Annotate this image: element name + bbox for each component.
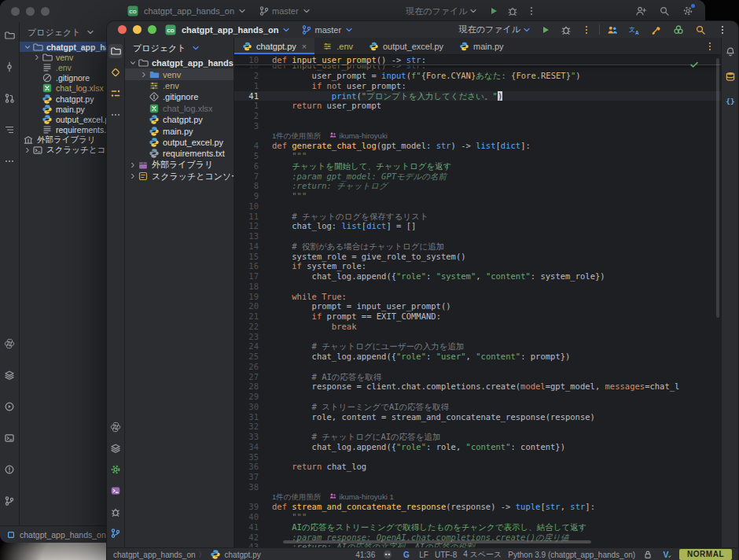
close-window-button[interactable] bbox=[118, 25, 127, 34]
tree-item-main.py[interactable]: main.py bbox=[125, 125, 233, 136]
grazie-status-icon[interactable]: G bbox=[400, 548, 413, 560]
code-line[interactable]: 10def input_user_prompt() -> str: bbox=[234, 65, 721, 71]
line-number[interactable]: 43 bbox=[234, 542, 269, 547]
line-number[interactable]: 42 bbox=[234, 532, 269, 543]
tool-window-button-bell[interactable] bbox=[724, 46, 737, 58]
encoding-widget[interactable]: UTF-8 bbox=[435, 551, 457, 559]
tool-window-button-services[interactable] bbox=[2, 400, 17, 414]
front-traffic-lights[interactable] bbox=[118, 25, 156, 34]
line-number[interactable]: 38 bbox=[234, 482, 269, 492]
line-number[interactable]: 37 bbox=[234, 472, 269, 482]
line-number[interactable]: 34 bbox=[234, 442, 269, 452]
code-line[interactable]: 3 bbox=[234, 121, 721, 131]
breadcrumb-item[interactable]: chatgpt_app_hands_on bbox=[113, 551, 196, 559]
code-line[interactable]: 29 bbox=[234, 392, 721, 402]
code-line[interactable]: 37 bbox=[234, 472, 721, 482]
code-line[interactable]: 13 bbox=[234, 231, 721, 241]
line-separator-widget[interactable]: LF bbox=[419, 551, 428, 559]
line-number[interactable]: 9 bbox=[234, 191, 269, 201]
tool-window-button-layers[interactable] bbox=[108, 441, 123, 455]
tool-window-button-more[interactable] bbox=[2, 154, 17, 168]
line-number[interactable]: 1 bbox=[234, 101, 269, 111]
search-button[interactable] bbox=[656, 4, 672, 18]
code-line[interactable]: 19 while True: bbox=[234, 292, 721, 302]
search-yellow-button[interactable] bbox=[693, 23, 708, 37]
tree-item-requirements.txt[interactable]: requirements.txt bbox=[125, 148, 233, 159]
line-number[interactable]: 30 bbox=[234, 402, 269, 412]
tree-item-output_excel.py[interactable]: output_excel.py bbox=[125, 137, 233, 148]
project-switcher[interactable]: chatgpt_app_hands_on bbox=[182, 25, 278, 35]
close-tab-icon[interactable]: × bbox=[302, 42, 307, 51]
line-number[interactable]: 3 bbox=[234, 121, 269, 131]
line-number[interactable]: 41 bbox=[234, 522, 269, 532]
editor-tab-.env[interactable]: .env bbox=[314, 38, 361, 54]
code-line[interactable]: 21 if prompt == EXIT_COMMAND: bbox=[234, 311, 721, 322]
play-button[interactable] bbox=[486, 4, 502, 18]
line-number[interactable]: 14 bbox=[234, 241, 269, 252]
code-line[interactable]: 35 bbox=[234, 452, 721, 462]
run-configuration[interactable]: 現在のファイル bbox=[406, 6, 467, 17]
caret-position[interactable]: 41:36 bbox=[355, 551, 375, 559]
chevron-down-icon[interactable] bbox=[23, 42, 32, 53]
line-number[interactable]: 10 bbox=[234, 201, 269, 212]
code-line[interactable]: 28 response = client.chat.completions.cr… bbox=[234, 381, 721, 392]
line-number[interactable]: 16 bbox=[234, 261, 269, 271]
tool-window-button-terminal-purple[interactable] bbox=[108, 484, 123, 498]
tool-window-button-database[interactable] bbox=[724, 70, 737, 83]
code-line[interactable]: 14 # 役割がある場合はチャットログに追加 bbox=[234, 241, 721, 252]
line-number[interactable]: 23 bbox=[234, 332, 269, 342]
tree-item-___________[interactable]: スクラッチとコンソール bbox=[125, 171, 233, 182]
line-number[interactable]: 8 bbox=[234, 181, 269, 191]
tool-window-button-pull-request[interactable] bbox=[2, 91, 17, 105]
code-line[interactable]: 25 chat_log.append({"role": "user", "con… bbox=[234, 352, 721, 362]
line-number[interactable]: 28 bbox=[234, 381, 269, 392]
line-number[interactable]: 2 bbox=[234, 111, 269, 121]
line-number[interactable]: 7 bbox=[234, 171, 269, 182]
back-traffic-lights[interactable] bbox=[11, 7, 50, 16]
usages-hint[interactable]: 1件の使用箇所 bbox=[272, 492, 322, 503]
chevron-right-icon[interactable] bbox=[128, 171, 138, 182]
code-vision-hint[interactable]: 1件の使用箇所ikuma-hiroyuki 1 bbox=[234, 492, 721, 503]
people-button[interactable] bbox=[605, 23, 620, 37]
tree-item-chat_log.xlsx[interactable]: chat_log.xlsx bbox=[125, 103, 233, 114]
tool-window-button-structure-yellow[interactable] bbox=[108, 87, 123, 101]
knot-button[interactable] bbox=[671, 23, 686, 37]
line-number[interactable]: 31 bbox=[234, 412, 269, 422]
play-button[interactable] bbox=[538, 23, 553, 37]
code-line[interactable]: 41 AIの応答をストリーミングで取得したものをチャンクで表示し、結合して返す bbox=[234, 522, 721, 532]
editor-tab-output_excel.py[interactable]: output_excel.py bbox=[361, 38, 451, 54]
code-line[interactable]: 2 bbox=[234, 111, 721, 121]
line-number[interactable]: 20 bbox=[234, 301, 269, 311]
line-number[interactable]: 39 bbox=[234, 502, 269, 512]
line-number[interactable]: 22 bbox=[234, 322, 269, 332]
tool-window-button-python-mono[interactable] bbox=[108, 420, 123, 434]
line-number[interactable]: 33 bbox=[234, 432, 269, 442]
copilot-status-icon[interactable] bbox=[381, 548, 394, 560]
tool-window-button-git-branch-blue[interactable] bbox=[108, 526, 123, 540]
code-line[interactable]: 8 :return: チャットログ bbox=[234, 181, 721, 191]
code-line[interactable]: 1 return user_prompt bbox=[234, 101, 721, 111]
code-line[interactable]: 12 chat_log: list[dict] = [] bbox=[234, 221, 721, 231]
run-configuration[interactable]: 現在のファイル bbox=[459, 24, 520, 35]
line-number[interactable]: 36 bbox=[234, 462, 269, 472]
code-line[interactable]: 20 prompt = input_user_prompt() bbox=[234, 301, 721, 311]
line-number[interactable]: 10 bbox=[234, 55, 269, 65]
tool-window-button-braces[interactable]: {} bbox=[724, 94, 737, 107]
person-add-button[interactable] bbox=[633, 4, 649, 18]
line-number[interactable]: 21 bbox=[234, 311, 269, 322]
line-number[interactable]: 2 bbox=[234, 71, 269, 81]
code-line[interactable]: 34 chat_log.append({"role": role, "conte… bbox=[234, 442, 721, 452]
front-project-tool-window-header[interactable]: プロジェクト bbox=[125, 38, 233, 57]
code-line[interactable]: 18 bbox=[234, 282, 721, 292]
tool-window-button-more[interactable] bbox=[108, 108, 123, 122]
tree-item-.env[interactable]: .env bbox=[125, 80, 233, 91]
editor-tab-chatgpt.py[interactable]: chatgpt.py× bbox=[234, 38, 314, 54]
kebab-gray-button[interactable] bbox=[715, 23, 730, 37]
code-line[interactable]: 11 # チャットのログを保存するリスト bbox=[234, 212, 721, 222]
zoom-window-button[interactable] bbox=[148, 25, 156, 34]
tool-window-button-python-mono[interactable] bbox=[2, 337, 17, 351]
code-line[interactable]: 24 # チャットログにユーザーの入力を追加 bbox=[234, 341, 721, 352]
code-line[interactable]: 5 """ bbox=[234, 151, 721, 161]
close-window-button[interactable] bbox=[11, 7, 20, 16]
code-line[interactable]: 40 """ bbox=[234, 512, 721, 522]
